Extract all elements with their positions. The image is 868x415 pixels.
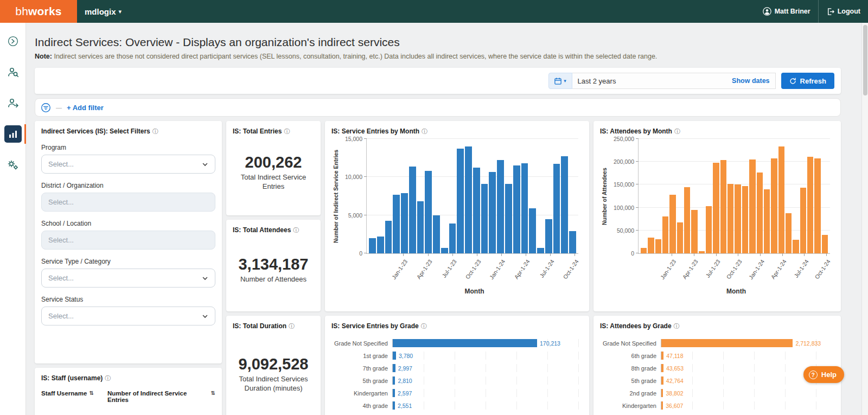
chart-title: IS: Service Entries by Month (331, 127, 419, 135)
filters-column: Indirect Services (IS): Select Filtersⓘ … (35, 121, 222, 415)
bar-Mar-1-23 (417, 201, 424, 253)
bar-Jul-1-23 (449, 224, 456, 253)
stat-card-title: IS: Total Attendees (233, 226, 291, 234)
app-window: bhworks mdlogix ▾ Matt Briner Logout (0, 0, 868, 415)
person-arrow-icon (7, 97, 19, 109)
service-status-select[interactable]: Select... (41, 307, 215, 325)
bar-Nov-1-23 (742, 186, 748, 253)
grade-label: Kindergarten (331, 390, 392, 397)
logout-button[interactable]: Logout (819, 0, 868, 23)
bar-track: 2,712,833 (661, 339, 834, 347)
grade-label: 5th grade (600, 378, 661, 384)
y-tick-label: 250,000 (614, 136, 634, 142)
column-header-staff-username[interactable]: Staff Username ⇅ (41, 390, 107, 403)
bar-value: 43,653 (666, 365, 684, 372)
grade-row: 8th grade43,653 (600, 362, 834, 374)
grade-label: 8th grade (600, 365, 661, 372)
total-entries-value: 200,262 (245, 154, 302, 171)
y-axis-label: Number of Attendees (600, 139, 609, 254)
bar-Nov-1-22 (655, 239, 661, 253)
bar-track: 47,118 (661, 352, 834, 360)
refresh-icon (789, 78, 796, 85)
refresh-label: Refresh (800, 77, 826, 85)
service-type-select[interactable]: Select... (41, 269, 215, 288)
brand-suffix: works (28, 5, 62, 18)
bar-Aug-1-23 (720, 160, 726, 253)
bar-track: 3,780 (392, 352, 583, 360)
grade-row: 5th grade42,764 (600, 374, 834, 387)
y-tick-label: 5,000 (348, 212, 362, 219)
page-title: Indirect Services: Overview - Displays a… (35, 36, 841, 49)
info-icon[interactable]: ⓘ (105, 375, 111, 381)
chevron-down-icon (202, 275, 208, 282)
program-select[interactable]: Select... (41, 155, 215, 174)
show-dates-link[interactable]: Show dates (732, 77, 769, 85)
logout-label: Logout (838, 8, 860, 15)
info-icon[interactable]: ⓘ (289, 323, 295, 329)
entries-charts-column: IS: Service Entries by Monthⓘ Number of … (325, 121, 589, 415)
add-filter-button[interactable]: + Add filter (67, 104, 104, 112)
bar-value: 47,118 (666, 353, 683, 359)
plot-area: 050,000100,000150,000200,000250,000Jan-1… (638, 139, 830, 254)
scrollbar-thumb[interactable] (863, 25, 867, 95)
bar-Jun-1-23 (706, 206, 712, 253)
filter-icon[interactable] (41, 103, 51, 113)
left-sidebar (0, 23, 26, 415)
bar-Oct-1-24 (569, 231, 576, 253)
app-menu-dropdown[interactable]: mdlogix ▾ (85, 7, 122, 16)
user-menu[interactable]: Matt Briner (755, 0, 818, 23)
attendees-by-month-chart: Number of Attendees 050,000100,000150,00… (600, 139, 834, 295)
sidebar-item-referrals[interactable] (4, 94, 22, 112)
sort-icon: ⇅ (211, 390, 215, 396)
info-icon[interactable]: ⓘ (293, 227, 299, 233)
bar-May-1-23 (699, 251, 705, 253)
bar-May-1-24 (786, 213, 792, 253)
refresh-button[interactable]: Refresh (781, 73, 834, 89)
vertical-scrollbar[interactable] (861, 23, 868, 415)
sidebar-item-reports[interactable] (4, 125, 22, 143)
info-icon[interactable]: ⓘ (152, 128, 158, 135)
column-header-entry-count[interactable]: Number of Indirect Service Entries ⇅ (107, 390, 215, 403)
select-placeholder: Select... (48, 160, 74, 168)
sidebar-item-settings[interactable] (4, 156, 22, 174)
info-icon[interactable]: ⓘ (421, 323, 427, 329)
total-attendees-subtitle: Number of Attendees (240, 275, 307, 284)
calendar-dropdown-button[interactable]: ▾ (548, 73, 572, 89)
info-icon[interactable]: ⓘ (674, 128, 680, 135)
y-tick-label: 100,000 (614, 205, 634, 211)
date-range-field[interactable]: Last 2 years Show dates (572, 73, 776, 89)
grade-label: 2nd grade (600, 390, 661, 397)
y-tick-label: 150,000 (614, 181, 634, 188)
grade-label: 5th grade (331, 378, 392, 384)
y-tick-label: 50,000 (617, 227, 634, 234)
bar-Dec-1-23 (489, 172, 496, 254)
bar-Grade Not Specified (661, 339, 793, 347)
card-title: Indirect Services (IS): Select Filtersⓘ (41, 127, 215, 136)
info-icon[interactable]: ⓘ (674, 323, 680, 329)
bar-value: 3,780 (399, 353, 413, 359)
sidebar-expand-button[interactable] (4, 33, 22, 50)
sidebar-item-participant-search[interactable] (4, 63, 22, 81)
info-icon[interactable]: ⓘ (422, 128, 427, 135)
calendar-icon (554, 77, 562, 85)
y-axis-label: Number of Indirect Service Entries (331, 139, 340, 254)
grade-row: 6th grade47,118 (600, 349, 834, 362)
bar-value: 2,551 (398, 403, 412, 409)
bar-value: 2,597 (398, 390, 412, 397)
chevron-down-icon (202, 313, 208, 320)
grade-row: 7th grade2,997 (331, 362, 583, 374)
y-tick-label: 15,000 (345, 136, 362, 142)
sort-icon: ⇅ (89, 390, 93, 396)
bar-value: 2,712,833 (795, 340, 821, 347)
school-location-input[interactable] (41, 231, 215, 250)
date-range-value: Last 2 years (578, 77, 616, 85)
info-icon[interactable]: ⓘ (284, 128, 290, 135)
bar-Jan-1-23 (669, 195, 675, 253)
brand-logo[interactable]: bhworks (0, 0, 77, 23)
help-button[interactable]: ? Help (803, 366, 844, 383)
plot-area: 05,00010,00015,000Jan-1-23Apr-1-23Jul-1-… (366, 139, 578, 254)
district-organization-input[interactable] (41, 193, 215, 212)
bar-Grade Not Specified (393, 339, 537, 347)
grade-row: Kindergarten36,607 (600, 399, 834, 412)
stats-column: IS: Total Entriesⓘ 200,262 Total Indirec… (226, 121, 321, 415)
